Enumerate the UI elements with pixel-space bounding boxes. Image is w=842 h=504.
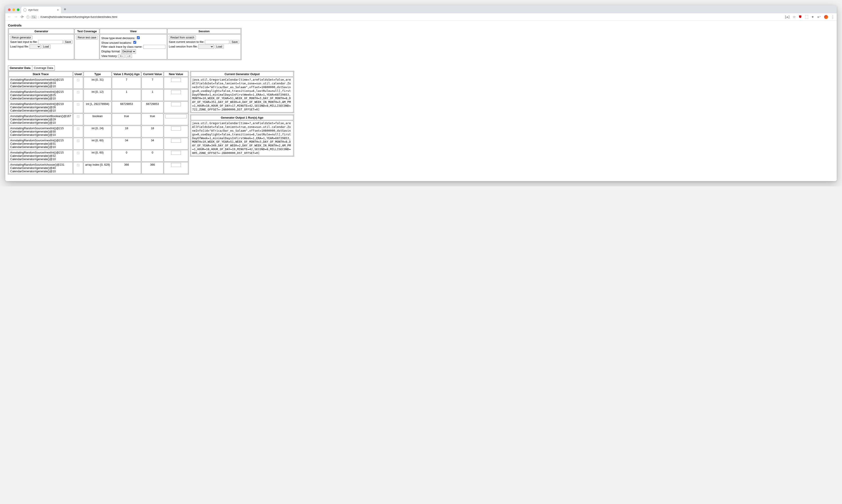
used-cell: [73, 101, 83, 113]
load-session-select[interactable]: [198, 44, 214, 49]
type-cell: int [0, 31): [84, 77, 111, 89]
previous-output-text: java.util.GregorianCalendar[time=?,areFi…: [191, 121, 293, 156]
new-value-input[interactable]: [171, 151, 181, 155]
restart-session-button[interactable]: Restart from scratch: [169, 36, 196, 39]
address-bar[interactable]: i File | /Users/jhshi/code/research/fuzz…: [26, 15, 782, 19]
stack-trace-cell: AnnotatingRandomSource#nextInt()@215Cale…: [8, 138, 73, 149]
window-zoom-icon[interactable]: [17, 8, 19, 11]
type-cell: boolean: [84, 113, 111, 125]
value-prev-cell: 18: [112, 126, 141, 137]
close-tab-icon[interactable]: ×: [57, 8, 59, 12]
stack-trace-cell: AnnotatingRandomSource#nextInt()@215Cale…: [8, 126, 73, 137]
table-row: AnnotatingRandomSource#choose()@231Calen…: [8, 162, 188, 174]
url-path: /Users/jhshi/code/research/fuzzing/eye-f…: [40, 15, 117, 19]
extensions-icon[interactable]: ✦: [811, 15, 814, 19]
save-input-label: Save last input to file:: [10, 40, 38, 43]
value-prev-cell: 0: [112, 150, 141, 162]
load-session-label: Load session from file:: [169, 45, 198, 48]
load-input-select[interactable]: [30, 44, 41, 49]
table-row: AnnotatingRandomSource#nextInt()@215Cale…: [8, 89, 188, 101]
url-scheme-label: File: [31, 16, 37, 19]
value-new-cell: [164, 162, 188, 174]
value-prev-cell: 7: [112, 77, 141, 89]
show-type-level-label: Show type-level decisions:: [101, 36, 135, 40]
forward-icon[interactable]: →: [14, 15, 18, 19]
used-checkbox: [77, 91, 80, 94]
display-format-select[interactable]: Decimal: [121, 49, 136, 54]
chrome-menu-icon[interactable]: ⋮: [831, 15, 835, 19]
col-used: Used: [73, 72, 83, 77]
current-output-header: Current Generator Output: [191, 72, 293, 77]
filter-stack-label: Filter stack trace by class name:: [101, 45, 142, 48]
new-value-input[interactable]: [171, 163, 181, 167]
history-forward-button[interactable]: -->: [125, 54, 132, 58]
new-tab-button[interactable]: +: [62, 7, 68, 13]
load-session-button[interactable]: Load: [215, 44, 224, 49]
profile-avatar-icon[interactable]: [824, 15, 828, 19]
browser-window: eye-fuzz × + ← → ⟳ i File | /Users/jhshi…: [5, 5, 837, 181]
value-new-cell: [164, 126, 188, 137]
bookmark-star-icon[interactable]: ☆: [793, 15, 795, 19]
window-close-icon[interactable]: [8, 8, 11, 11]
extension-icons: ⁅ᴀ⁆ ☆ ⛊ ✦ ≡⁺ ⋮: [785, 15, 835, 19]
data-area: Stack Trace Used Type Value 1 Run(s) Ago…: [8, 71, 834, 175]
reading-list-icon[interactable]: ≡⁺: [817, 15, 821, 19]
value-new-cell: [164, 89, 188, 101]
value-current-cell: 0: [141, 150, 164, 162]
rerun-test-case-button[interactable]: Rerun test case: [76, 36, 98, 39]
new-value-input[interactable]: [166, 114, 187, 119]
show-unused-checkbox[interactable]: [133, 41, 136, 44]
rerun-generator-button[interactable]: Rerun generator: [10, 36, 33, 39]
stack-trace-cell: AnnotatingRandomSource#nextInt()@219Cale…: [8, 101, 73, 113]
save-session-button[interactable]: Save: [230, 40, 239, 44]
value-new-cell: [164, 101, 188, 113]
type-cell: int [1, 292278994): [84, 101, 111, 113]
used-checkbox: [77, 164, 80, 166]
tab-strip: eye-fuzz × +: [5, 5, 837, 13]
load-input-label: Load input file:: [10, 45, 29, 48]
table-row: AnnotatingRandomSource#nextInt()@219Cale…: [8, 101, 188, 113]
filter-stack-field[interactable]: [143, 45, 166, 49]
value-prev-cell: 1: [112, 89, 141, 101]
value-current-cell: 1: [141, 89, 164, 101]
new-value-input[interactable]: [171, 139, 181, 143]
new-value-input[interactable]: [171, 127, 181, 130]
load-input-button[interactable]: Load: [41, 44, 51, 49]
info-icon[interactable]: i: [26, 16, 30, 19]
save-input-button[interactable]: Save: [64, 40, 72, 44]
window-minimize-icon[interactable]: [12, 8, 15, 11]
used-checkbox: [77, 115, 80, 118]
view-history-label: View history:: [101, 54, 117, 58]
show-type-level-checkbox[interactable]: [137, 36, 140, 39]
save-input-field[interactable]: [38, 40, 63, 44]
col-new: New Value: [164, 72, 188, 77]
browser-tab[interactable]: eye-fuzz ×: [21, 7, 61, 13]
tab-generator-data[interactable]: Generator Data: [8, 66, 32, 70]
used-cell: [73, 126, 83, 137]
new-value-input[interactable]: [171, 102, 181, 106]
used-checkbox: [77, 127, 80, 130]
history-back-button[interactable]: <--: [118, 54, 125, 58]
type-cell: int [0, 24): [84, 126, 111, 137]
display-format-label: Display format:: [101, 50, 121, 53]
previous-output-header: Generator Output 1 Run(s) Ago: [191, 115, 293, 120]
back-icon[interactable]: ←: [7, 15, 11, 19]
table-row: AnnotatingRandomSource#nextInt()@215Cale…: [8, 138, 188, 149]
new-value-input[interactable]: [171, 90, 181, 94]
new-value-input[interactable]: [171, 78, 181, 82]
page-content: Controls Generator Test Coverage View Se…: [5, 21, 837, 181]
translate-icon[interactable]: ⁅ᴀ⁆: [785, 15, 790, 19]
controls-heading: Controls: [8, 23, 834, 27]
used-checkbox: [77, 79, 80, 82]
table-row: AnnotatingRandomSource#nextInt()@215Cale…: [8, 77, 188, 89]
ublock-icon[interactable]: ⛊: [799, 15, 802, 19]
used-checkbox: [77, 151, 80, 155]
reload-icon[interactable]: ⟳: [21, 15, 24, 19]
value-prev-cell: true: [112, 113, 141, 125]
tab-coverage-data[interactable]: Coverage Data: [32, 66, 55, 70]
extension-placeholder-icon[interactable]: [805, 16, 808, 19]
value-prev-cell: 68729853: [112, 101, 141, 113]
show-unused-label: Show unused locations:: [101, 41, 132, 44]
save-session-field[interactable]: [205, 40, 229, 44]
col-stack-trace: Stack Trace: [8, 72, 73, 77]
